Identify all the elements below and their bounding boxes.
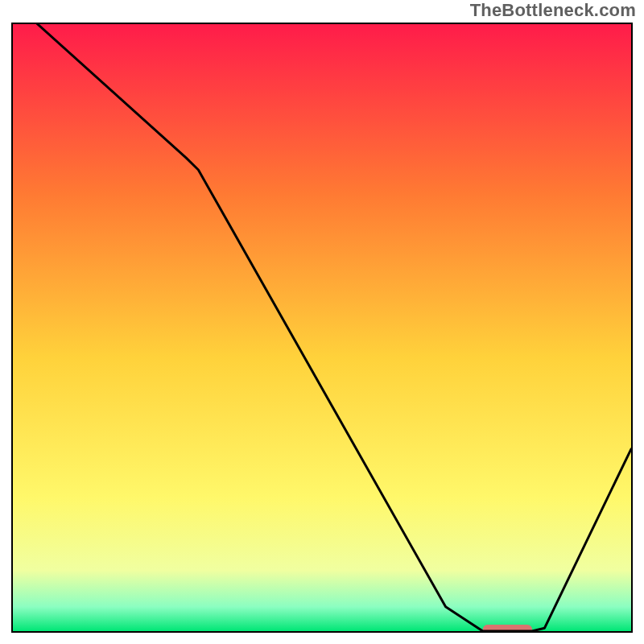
watermark-text: TheBottleneck.com — [470, 0, 636, 21]
chart-frame: TheBottleneck.com — [0, 0, 644, 644]
background-gradient — [13, 24, 631, 631]
plot-area — [11, 23, 633, 633]
chart-svg — [13, 24, 631, 631]
